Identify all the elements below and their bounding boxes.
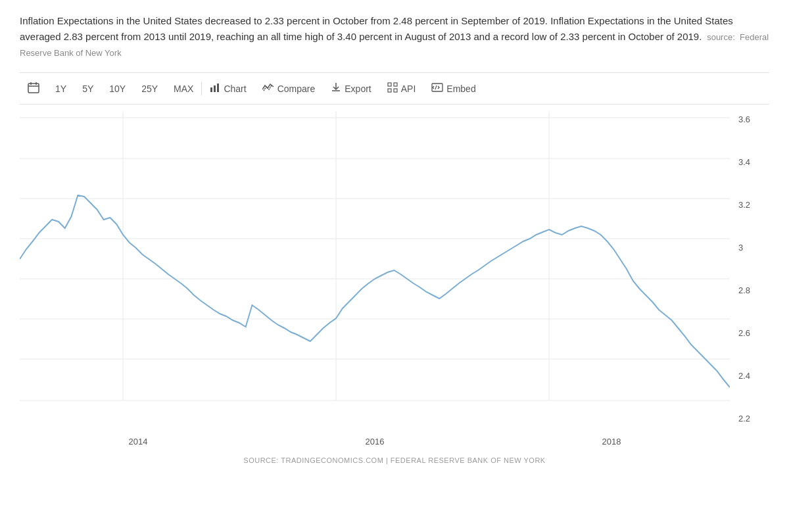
period-5y[interactable]: 5Y bbox=[74, 80, 101, 97]
compare-label: Compare bbox=[277, 84, 316, 94]
svg-rect-13 bbox=[432, 84, 442, 91]
chart-icon bbox=[210, 82, 220, 95]
embed-button[interactable]: Embed bbox=[423, 80, 483, 97]
svg-rect-5 bbox=[214, 85, 216, 92]
svg-rect-11 bbox=[388, 89, 391, 92]
y-label-3-2: 3.2 bbox=[733, 200, 750, 210]
svg-rect-9 bbox=[388, 83, 391, 86]
svg-rect-0 bbox=[28, 84, 39, 93]
source-text: SOURCE: TRADINGECONOMICS.COM | FEDERAL R… bbox=[243, 456, 545, 464]
chart-label: Chart bbox=[224, 84, 246, 94]
svg-rect-4 bbox=[210, 87, 212, 92]
export-label: Export bbox=[345, 84, 371, 94]
y-label-2-2: 2.2 bbox=[733, 414, 750, 423]
chart-container: 3.6 3.4 3.2 3 2.8 2.6 2.4 2.2 2014 2016 … bbox=[20, 111, 769, 453]
y-label-2-8: 2.8 bbox=[733, 285, 750, 295]
export-icon bbox=[331, 82, 341, 95]
description-text: Inflation Expectations in the United Sta… bbox=[20, 13, 769, 60]
api-icon bbox=[387, 82, 398, 95]
svg-rect-6 bbox=[217, 84, 219, 92]
description-main: Inflation Expectations in the United Sta… bbox=[20, 15, 733, 42]
x-label-2014: 2014 bbox=[129, 437, 148, 447]
api-button[interactable]: API bbox=[379, 79, 424, 98]
chart-source: SOURCE: TRADINGECONOMICS.COM | FEDERAL R… bbox=[20, 456, 769, 464]
period-max[interactable]: MAX bbox=[166, 80, 201, 97]
embed-icon bbox=[431, 83, 443, 94]
y-label-2-6: 2.6 bbox=[733, 328, 750, 338]
svg-line-14 bbox=[435, 85, 437, 89]
y-label-3: 3 bbox=[733, 243, 743, 253]
y-label-3-4: 3.4 bbox=[733, 157, 750, 167]
y-axis: 3.6 3.4 3.2 3 2.8 2.6 2.4 2.2 bbox=[733, 111, 769, 427]
export-button[interactable]: Export bbox=[323, 79, 379, 98]
svg-rect-10 bbox=[394, 83, 397, 86]
api-label: API bbox=[401, 84, 416, 94]
period-25y[interactable]: 25Y bbox=[133, 80, 166, 97]
period-10y[interactable]: 10Y bbox=[101, 80, 133, 97]
chart-button[interactable]: Chart bbox=[202, 79, 254, 98]
source-prefix: source: bbox=[707, 32, 735, 42]
x-label-2018: 2018 bbox=[602, 437, 621, 447]
y-label-2-4: 2.4 bbox=[733, 371, 750, 381]
x-label-2016: 2016 bbox=[366, 437, 385, 447]
embed-label: Embed bbox=[446, 84, 475, 94]
compare-button[interactable]: Compare bbox=[254, 80, 323, 97]
chart-svg-area bbox=[20, 111, 730, 427]
period-1y[interactable]: 1Y bbox=[47, 80, 74, 97]
y-label-3-6: 3.6 bbox=[733, 114, 750, 124]
x-axis: 2014 2016 2018 bbox=[20, 430, 730, 453]
line-chart-svg bbox=[20, 111, 730, 427]
calendar-button[interactable] bbox=[20, 78, 47, 99]
chart-toolbar: 1Y 5Y 10Y 25Y MAX Chart Compare bbox=[20, 72, 769, 105]
svg-rect-12 bbox=[394, 89, 397, 92]
calendar-icon bbox=[28, 82, 39, 95]
compare-icon bbox=[262, 83, 274, 94]
